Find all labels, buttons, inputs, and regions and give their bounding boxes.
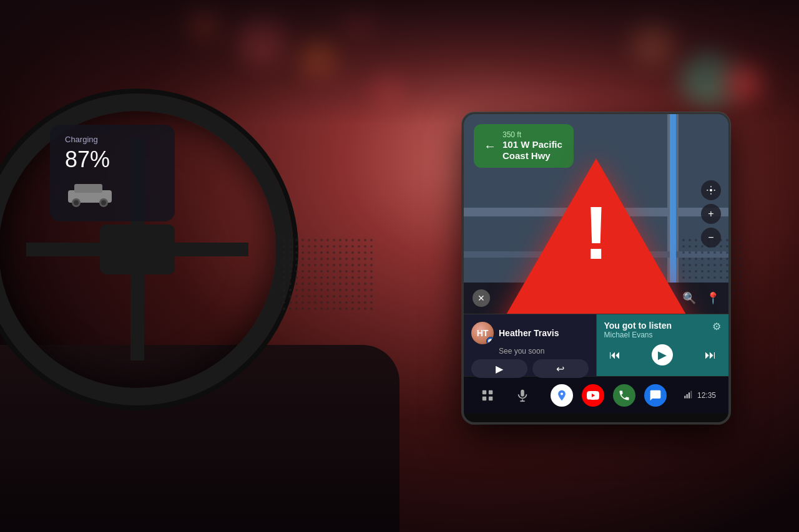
svg-rect-18 [689,392,690,398]
svg-rect-21 [680,237,743,299]
svg-rect-9 [483,390,486,394]
play-message-button[interactable]: ▶ [471,359,527,378]
svg-point-8 [710,189,712,191]
trip-info: 23 min 6:58 PM [552,288,580,309]
svg-rect-17 [687,394,688,399]
previous-track-button[interactable]: ⏮ [604,344,625,365]
message-card-header: HT 💬 Heather Travis [471,322,589,344]
trip-duration: 23 min [552,288,580,298]
svg-point-5 [101,200,106,205]
reply-message-button[interactable]: ↩ [532,359,589,378]
dashboard-left: Charging 87% [0,125,187,221]
map-close-button[interactable]: ✕ [473,289,490,307]
speaker-grille-right [680,237,743,299]
messaging-app-badge: 💬 [486,337,494,344]
svg-rect-16 [684,396,685,399]
next-track-button[interactable]: ⏭ [700,344,721,365]
app-grid-button[interactable] [476,384,499,407]
location-button[interactable] [701,180,721,200]
youtube-app-button[interactable] [582,384,604,407]
status-time: 12:35 [697,391,716,400]
play-pause-button[interactable]: ▶ [652,344,673,365]
svg-point-4 [74,200,79,205]
signal-icon [684,389,694,401]
contact-name: Heather Travis [499,328,559,338]
message-preview: See you soon [499,347,589,355]
map-road-horizontal-1 [464,208,728,216]
music-settings-icon[interactable]: ⚙ [712,321,721,332]
bottom-nav-right: 12:35 [684,389,716,401]
svg-rect-19 [690,391,692,399]
nav-street: 101 W PacificCoast Hwy [502,139,562,162]
charging-label: Charging [65,135,160,144]
message-card: HT 💬 Heather Travis See you soon ▶ ↩ [464,314,597,376]
svg-rect-12 [489,396,493,400]
svg-rect-1 [74,184,102,193]
google-maps-app-button[interactable] [551,384,573,407]
cards-section: HT 💬 Heather Travis See you soon ▶ ↩ You… [464,314,728,376]
charging-display: Charging 87% [50,125,175,221]
navigation-banner: ← 350 ft 101 W PacificCoast Hwy [474,124,574,168]
track-name: You got to listen [604,321,672,331]
nav-distance: 350 ft [502,130,562,139]
music-card-header: You got to listen Michael Evans ⚙ [604,321,722,339]
trip-time: 6:58 PM [552,298,580,309]
directions-icon[interactable] [661,291,672,306]
nav-turn-arrow: ← [484,139,496,153]
settings-icon[interactable]: ⚙ [641,291,651,305]
messages-app-button[interactable] [644,384,667,407]
phone-app-button[interactable] [613,384,635,407]
music-info: You got to listen Michael Evans [604,321,672,339]
svg-rect-7 [281,237,375,312]
music-card: You got to listen Michael Evans ⚙ ⏮ ▶ ⏭ [597,314,729,376]
contact-avatar: HT 💬 [471,322,494,344]
svg-rect-11 [483,396,486,400]
svg-rect-13 [521,389,524,396]
artist-name: Michael Evans [604,331,672,339]
zoom-in-button[interactable]: + [701,204,721,224]
music-controls: ⏮ ▶ ⏭ [604,344,722,365]
bottom-nav-apps [551,384,667,407]
nav-text-block: 350 ft 101 W PacificCoast Hwy [502,130,562,162]
svg-rect-10 [489,390,493,394]
battery-percent: 87% [65,147,160,173]
microphone-button[interactable] [511,384,534,407]
bottom-nav-bar: 12:35 [464,376,728,414]
speaker-grille-left [281,237,375,312]
bottom-nav-left [476,384,534,407]
message-actions: ▶ ↩ [471,359,589,378]
car-icon [65,178,115,209]
